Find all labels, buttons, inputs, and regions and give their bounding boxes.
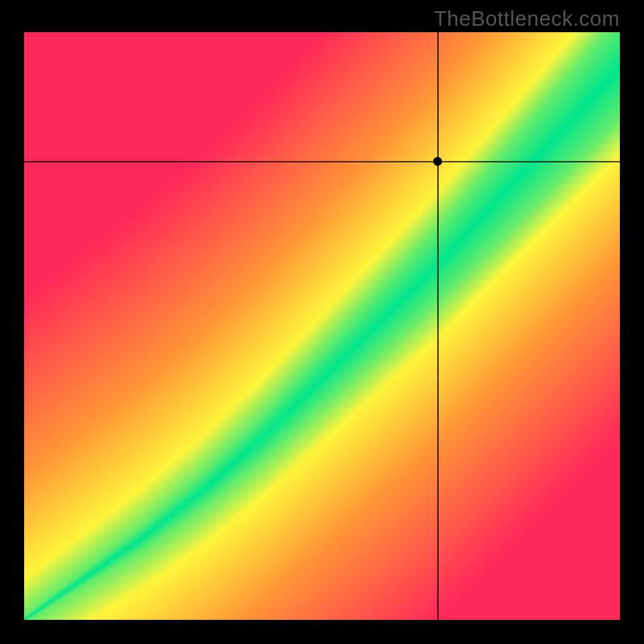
chart-stage: TheBottleneck.com — [0, 0, 644, 644]
watermark-text: TheBottleneck.com — [434, 6, 620, 31]
heatmap-plot — [24, 32, 620, 620]
crosshair-overlay — [24, 32, 620, 620]
